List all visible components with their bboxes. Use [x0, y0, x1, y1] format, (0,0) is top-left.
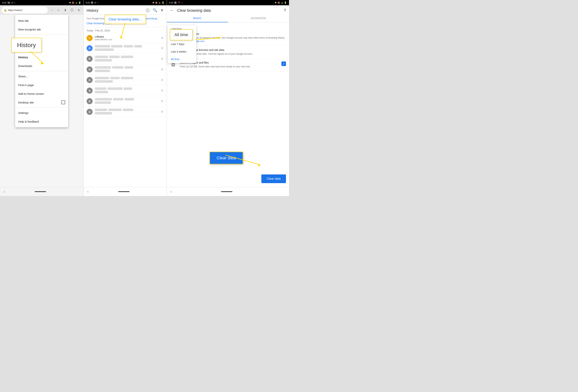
clear-data-callout: Clear data [209, 152, 243, 164]
back-arrow-btn[interactable]: ← [170, 8, 174, 13]
remove-item-5[interactable]: ✕ [161, 88, 164, 93]
svg-marker-7 [258, 163, 261, 166]
close-icon[interactable]: ✕ [160, 8, 164, 13]
menu-item-history[interactable]: History [15, 53, 68, 62]
all-time-callout: All time [170, 29, 193, 40]
back-btn-3[interactable]: ‹ [171, 189, 172, 194]
home-indicator-2 [118, 191, 130, 192]
dropdown-all-time[interactable]: All time [168, 55, 196, 63]
site-info-6 [95, 98, 158, 105]
clear-browsing-header: ← Clear browsing data ? [167, 5, 289, 13]
history-row-1[interactable]: G ✕ [84, 43, 167, 54]
bookmark-btn[interactable]: ☆ [55, 7, 61, 13]
remove-item-3[interactable]: ✕ [161, 67, 164, 72]
help-question-btn[interactable]: ? [284, 8, 286, 13]
dropdown-last-7d[interactable]: Last 7 days [168, 40, 196, 48]
signal-icon-3: ▲ [281, 1, 283, 4]
clear-browsing-callout: Clear browsing data... [104, 15, 146, 24]
favicon-lifewire: L [87, 35, 93, 41]
history-list: L Lifewire www.lifewire.com ✕ G ✕ [84, 33, 167, 117]
search-icon[interactable]: 🔍 [153, 8, 157, 13]
menu-item-help[interactable]: Help & feedback [15, 117, 68, 126]
photo-icon-2: 🖼 [91, 1, 93, 4]
status-icons-right: ✱ 🔕 ▲ 🔋 [69, 1, 81, 4]
history-row-5[interactable]: G ✕ [84, 85, 167, 96]
info-btn[interactable]: ⓘ [69, 7, 75, 13]
browser-toolbar: 🔒 https://www.li → ☆ ⬇ ⓘ ↻ [0, 5, 83, 15]
url-bar[interactable]: 🔒 https://www.li [1, 7, 48, 13]
refresh-btn[interactable]: ↻ [76, 7, 82, 13]
remove-item-4[interactable]: ✕ [161, 78, 164, 82]
time-2: 9:23 [86, 1, 90, 4]
camera-icon: ⊙ [11, 1, 13, 4]
menu-item-downloads[interactable]: Downloads [15, 62, 68, 70]
clear-browsing-title: Clear browsing data [177, 8, 281, 13]
cached-checkbox[interactable]: ✓ [282, 62, 286, 66]
desktop-site-checkbox[interactable] [61, 100, 65, 104]
bottom-bar-3: ‹ [167, 187, 289, 196]
location-icon-3: 📍 [178, 1, 181, 4]
info-circle-icon[interactable]: ⓘ [146, 8, 150, 13]
favicon-2: K [87, 56, 93, 62]
dropdown-last-4w[interactable]: Last 4 weeks [168, 48, 196, 55]
time-range-dropdown[interactable]: All time ▾ Last hour Last 24 hours Last … [185, 25, 196, 28]
favicon-6: D [87, 98, 93, 104]
menu-item-incognito[interactable]: New incognito tab [15, 25, 68, 34]
home-indicator-1 [35, 191, 46, 192]
tab-basic[interactable]: BASIC [167, 14, 228, 22]
time-3: 9:23 [169, 1, 173, 4]
menu-item-desktop[interactable]: Desktop site [15, 98, 68, 107]
download-btn[interactable]: ⬇ [62, 7, 68, 13]
history-header: History ⓘ 🔍 ✕ [84, 5, 167, 15]
dot-icon: • [14, 1, 15, 4]
bottom-bar-2: ‹ [84, 187, 167, 196]
favicon-7: G [87, 109, 93, 115]
menu-item-share[interactable]: Share… [15, 72, 68, 80]
menu-item-new-tab[interactable]: New tab [15, 16, 68, 25]
lock-icon: 🔒 [4, 9, 7, 11]
remove-item-6[interactable]: ✕ [161, 99, 164, 103]
myactivity-link[interactable]: myactivity.go... [144, 17, 159, 20]
history-row-6[interactable]: D ✕ [84, 96, 167, 107]
site-info-1 [95, 45, 158, 52]
bottom-bar-1: ‹ [0, 187, 83, 196]
dot-icon-3: • [182, 1, 182, 4]
back-btn-2[interactable]: ‹ [87, 189, 89, 194]
remove-item-2[interactable]: ✕ [161, 57, 164, 61]
history-row-7[interactable]: G ✕ [84, 107, 167, 117]
menu-item-find[interactable]: Find in page [15, 80, 68, 89]
status-icons-right-3: ✱ 🔕 ▲ 🔋 [275, 1, 287, 4]
favicon-1: G [87, 45, 93, 51]
menu-item-settings[interactable]: Settings [15, 108, 68, 117]
panel-chrome-menu: 9:22 📷 ⊙ • ✱ 🔕 ▲ 🔋 🔒 https://www.li → ☆ … [0, 0, 83, 196]
remove-item-1[interactable]: ✕ [161, 46, 164, 50]
history-row-lifewire[interactable]: L Lifewire www.lifewire.com ✕ [84, 33, 167, 43]
history-header-icons: ⓘ 🔍 ✕ [146, 8, 164, 13]
remove-item-7[interactable]: ✕ [161, 110, 164, 114]
signal-icon-2: ▲ [159, 1, 161, 4]
instagram-icon: 📷 [7, 1, 10, 4]
photo-icon-3: 🖼 [174, 1, 177, 4]
status-bar-2: 9:23 🖼 ⊙ • ✱ 🔕 ▲ 🔋 [84, 0, 167, 5]
time-range-row: Time range All time ▾ Last hour Last 24 … [167, 23, 289, 30]
menu-item-add-home[interactable]: Add to Home screen [15, 89, 68, 98]
mute-icon: 🔕 [72, 1, 74, 4]
site-info-5 [95, 87, 158, 94]
clear-data-button[interactable]: Clear data [261, 174, 286, 183]
history-row-4[interactable]: G ✕ [84, 75, 167, 85]
bluetooth-icon-3: ✱ [275, 1, 277, 4]
url-text: https://www.li [8, 9, 22, 11]
bluetooth-icon-2: ✱ [152, 1, 154, 4]
history-row-3[interactable]: G ✕ [84, 64, 167, 75]
signal-icon: ▲ [75, 1, 77, 4]
tab-advanced[interactable]: ADVANCED [228, 14, 289, 22]
forward-btn[interactable]: → [48, 7, 54, 13]
site-info-lifewire: Lifewire www.lifewire.com [95, 35, 158, 41]
back-chevron[interactable]: ‹ [4, 189, 5, 194]
site-info-2 [95, 56, 158, 62]
cached-desc: Frees up 122 MB. Some sites may load mor… [180, 65, 278, 68]
remove-item-0[interactable]: ✕ [161, 36, 164, 40]
favicon-4: G [87, 77, 93, 83]
history-row-2[interactable]: K ✕ [84, 54, 167, 64]
site-info-4 [95, 77, 158, 83]
